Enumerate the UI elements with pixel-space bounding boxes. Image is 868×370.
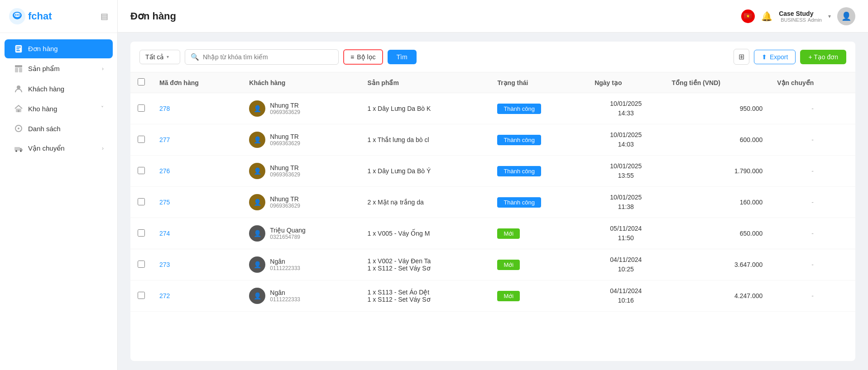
sidebar-item-danh-sach[interactable]: Danh sách: [5, 119, 113, 138]
orders-table: Mã đơn hàng Khách hàng Sản phẩm Trạng th…: [130, 72, 855, 312]
create-order-button[interactable]: + Tạo đơn: [800, 50, 846, 64]
sidebar-item-khach-hang[interactable]: Khách hàng: [5, 79, 113, 98]
customer-cell: 👤Nhung TR0969363629: [242, 187, 360, 218]
order-id-cell[interactable]: 275: [152, 187, 242, 218]
order-id-cell[interactable]: 277: [152, 124, 242, 156]
col-date: Ngày tạo: [587, 72, 664, 93]
order-id-link[interactable]: 276: [159, 167, 170, 175]
status-cell: Thành công: [490, 93, 587, 124]
svg-point-3: [15, 14, 16, 16]
toolbar: Tất cả ▾ 🔍 ≡ Bộ lọc Tìm ⊞ ⬆ Export: [130, 42, 855, 72]
user-dropdown-arrow[interactable]: ▾: [828, 13, 831, 19]
filter-all-dropdown[interactable]: Tất cả ▾: [139, 50, 180, 64]
status-cell: Thành công: [490, 187, 587, 218]
svg-rect-15: [18, 110, 19, 112]
date-cell: 05/11/202411:50: [587, 218, 664, 249]
table-row: 274👤Triệu Quang03216547891 x V005 - Váy …: [130, 218, 855, 249]
row-checkbox[interactable]: [138, 167, 145, 174]
product-line: 1 x V002 - Váy Đen Ta: [368, 257, 483, 265]
order-id-link[interactable]: 278: [159, 105, 170, 112]
row-checkbox[interactable]: [138, 292, 145, 299]
bolo-filter-button[interactable]: ≡ Bộ lọc: [343, 49, 383, 65]
user-info[interactable]: Case Study BUSINESSAdmin: [779, 10, 822, 23]
logo-area: fchat: [9, 8, 52, 24]
order-id-link[interactable]: 274: [159, 230, 170, 237]
order-date: 05/11/2024: [595, 224, 657, 233]
row-checkbox[interactable]: [138, 261, 145, 268]
product-line: 1 x Dây Lưng Da Bò Ý: [368, 167, 483, 175]
filter-all-label: Tất cả: [145, 53, 164, 61]
fchat-logo-icon: [9, 8, 25, 24]
sidebar: fchat ▤ Đơn hàng Sản phẩm › Khách hàng: [0, 0, 118, 370]
table-row: 272👤Ngân01112223331 x S113 - Set Áo Dệt1…: [130, 280, 855, 312]
order-time: 14:03: [595, 140, 657, 149]
customer-name: Ngân: [270, 289, 300, 296]
sidebar-item-label-danh-sach: Danh sách: [28, 125, 61, 133]
row-checkbox[interactable]: [138, 198, 145, 205]
export-button[interactable]: ⬆ Export: [754, 50, 796, 64]
amount-cell: 650.000: [665, 218, 770, 249]
amount-cell: 3.647.000: [665, 249, 770, 280]
sidebar-nav: Đơn hàng Sản phẩm › Khách hàng Kho hàng …: [0, 33, 117, 370]
svg-rect-18: [14, 147, 20, 151]
svg-rect-12: [15, 65, 22, 67]
svg-point-5: [19, 14, 20, 16]
sidebar-item-van-chuyen[interactable]: Vận chuyển ›: [5, 139, 113, 158]
customer-cell: 👤Ngân0111222333: [242, 280, 360, 312]
select-all-checkbox[interactable]: [138, 78, 145, 85]
row-checkbox[interactable]: [138, 104, 145, 112]
row-checkbox[interactable]: [138, 229, 145, 237]
van-chuyen-icon: [14, 144, 24, 153]
row-checkbox-cell: [130, 280, 152, 312]
order-id-link[interactable]: 272: [159, 292, 170, 299]
sidebar-item-kho-hang[interactable]: Kho hàng ˅: [5, 99, 113, 118]
order-id-cell[interactable]: 276: [152, 156, 242, 187]
col-order-id: Mã đơn hàng: [152, 72, 242, 93]
sidebar-item-san-pham[interactable]: Sản phẩm ›: [5, 59, 113, 78]
row-checkbox-cell: [130, 218, 152, 249]
customer-name: Ngân: [270, 258, 300, 265]
row-checkbox-cell: [130, 93, 152, 124]
svg-point-17: [18, 128, 19, 129]
order-date: 10/01/2025: [595, 161, 657, 171]
search-input[interactable]: [203, 53, 333, 61]
flag-icon[interactable]: 🇻🇳: [741, 9, 755, 23]
customer-name: Nhung TR: [270, 133, 300, 140]
sidebar-toggle-icon[interactable]: ▤: [101, 11, 108, 21]
grid-view-button[interactable]: ⊞: [734, 49, 749, 65]
order-id-cell[interactable]: 272: [152, 280, 242, 312]
col-product: Sản phẩm: [360, 72, 490, 93]
customer-cell: 👤Nhung TR0969363629: [242, 93, 360, 124]
avatar[interactable]: 👤: [837, 7, 855, 25]
create-order-label: + Tạo đơn: [808, 53, 838, 61]
order-id-cell[interactable]: 273: [152, 249, 242, 280]
page-title: Đơn hàng: [130, 10, 176, 22]
order-date: 10/01/2025: [595, 193, 657, 202]
product-line: 1 x S112 - Set Váy Sơ: [368, 296, 483, 303]
search-button[interactable]: Tìm: [388, 50, 417, 64]
customer-name: Triệu Quang: [270, 227, 306, 234]
notification-bell-icon[interactable]: 🔔: [761, 11, 772, 22]
table-row: 278👤Nhung TR09693636291 x Dây Lưng Da Bò…: [130, 93, 855, 124]
table-row: 275👤Nhung TR09693636292 x Mặt nạ trắng d…: [130, 187, 855, 218]
customer-phone: 0111222333: [270, 265, 300, 271]
col-status: Trạng thái: [490, 72, 587, 93]
table-header-row: Mã đơn hàng Khách hàng Sản phẩm Trạng th…: [130, 72, 855, 93]
customer-avatar: 👤: [249, 100, 265, 117]
order-id-link[interactable]: 277: [159, 136, 170, 143]
order-date: 10/01/2025: [595, 99, 657, 109]
product-line: 1 x V005 - Váy Ống M: [368, 230, 483, 237]
order-id-link[interactable]: 273: [159, 261, 170, 268]
status-badge: Mới: [497, 291, 520, 301]
export-label: Export: [770, 53, 788, 61]
order-time: 10:16: [595, 296, 657, 305]
order-id-link[interactable]: 275: [159, 199, 170, 206]
status-badge: Thành công: [497, 197, 541, 208]
order-id-cell[interactable]: 278: [152, 93, 242, 124]
order-time: 11:50: [595, 233, 657, 243]
sidebar-item-don-hang[interactable]: Đơn hàng: [5, 39, 113, 58]
order-id-cell[interactable]: 274: [152, 218, 242, 249]
table-row: 273👤Ngân01112223331 x V002 - Váy Đen Ta1…: [130, 249, 855, 280]
row-checkbox[interactable]: [138, 136, 145, 143]
status-cell: Thành công: [490, 156, 587, 187]
